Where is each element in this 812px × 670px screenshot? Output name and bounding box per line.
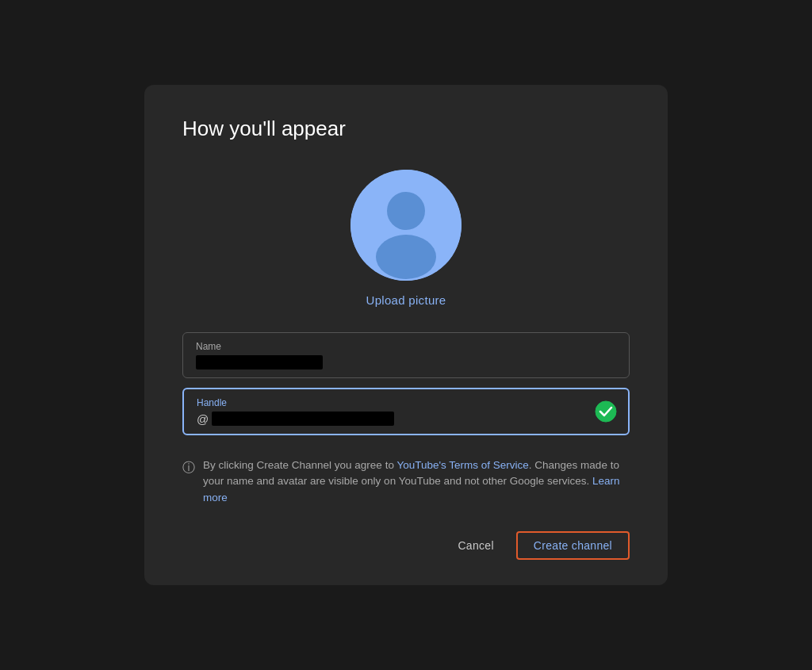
avatar-circle [350,170,462,281]
handle-prefix: @ [197,412,209,426]
name-field-container: Name [182,332,630,378]
handle-value-redacted [212,412,394,426]
handle-field-value: @ [197,412,615,426]
actions-section: Cancel Create channel [182,531,630,560]
handle-field-container: Handle @ [182,388,630,435]
handle-valid-check-icon [595,400,617,423]
terms-section: ⓘ By clicking Create Channel you agree t… [182,458,630,506]
terms-text-before-link: By clicking Create Channel you agree to [203,459,396,471]
dialog-title: How you'll appear [182,117,630,141]
svg-point-2 [376,235,436,279]
create-channel-button[interactable]: Create channel [516,531,630,560]
name-field-label: Name [196,341,616,352]
upload-picture-button[interactable]: Upload picture [366,293,446,307]
avatar-icon [350,170,462,281]
terms-of-service-link[interactable]: YouTube's Terms of Service [396,459,528,471]
handle-field-label: Handle [197,397,615,408]
cancel-button[interactable]: Cancel [448,533,503,558]
terms-text: By clicking Create Channel you agree to … [203,458,630,506]
name-field-value [196,355,616,369]
avatar-section: Upload picture [182,170,630,307]
svg-point-1 [387,192,425,230]
info-icon: ⓘ [182,458,195,477]
svg-point-3 [596,401,616,422]
dialog: How you'll appear Upload picture Name Ha… [144,85,668,585]
fields-section: Name Handle @ [182,332,630,435]
name-value-redacted [196,355,323,369]
